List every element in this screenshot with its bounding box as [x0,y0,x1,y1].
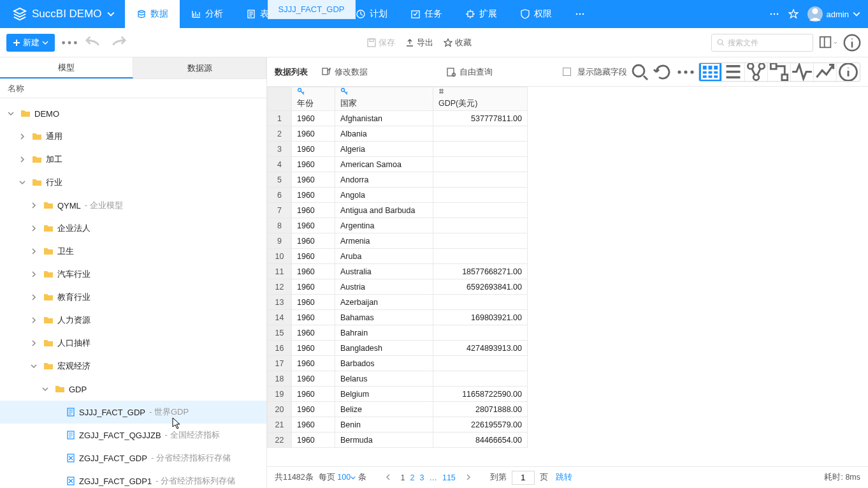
table-row[interactable]: 51960Andorra [268,172,528,188]
new-button[interactable]: 新建 [6,34,55,52]
redo-icon[interactable] [108,33,127,52]
table-row[interactable]: 81960Argentina [268,218,528,233]
table-row[interactable]: 161960Bangladesh4274893913.00 [268,341,528,356]
nav-chart[interactable]: 分析 [180,0,235,28]
table-row[interactable]: 151960Bahrain [268,325,528,341]
refresh-icon[interactable] [653,63,673,81]
show-hidden-fields-checkbox[interactable]: 显示隐藏字段 [563,66,627,78]
undo-icon[interactable] [84,33,103,52]
table-row[interactable]: 61960Angola [268,188,528,203]
save-button[interactable]: 保存 [365,37,398,48]
info-icon[interactable] [843,33,862,52]
view-info-icon[interactable] [837,63,860,81]
chevron-right-icon[interactable] [31,271,40,277]
chevron-right-icon[interactable] [31,340,40,346]
nav-ext[interactable]: 扩展 [454,0,509,28]
nav-task[interactable]: 任务 [399,0,454,28]
layout-icon[interactable] [818,33,837,52]
folder-item[interactable]: 汽车行业 [0,263,266,286]
more-icon[interactable] [676,63,696,81]
folder-item[interactable]: 教育行业 [0,286,266,309]
folder-item[interactable]: 宏观经济 [0,355,266,378]
chevron-down-icon[interactable] [42,386,51,392]
chevron-right-icon[interactable] [19,133,28,140]
chevron-right-icon[interactable] [31,225,40,232]
tab-datasource[interactable]: 数据源 [133,57,266,78]
more-icon[interactable] [60,33,79,52]
folder-item[interactable]: 人口抽样 [0,332,266,355]
page-prev-icon[interactable] [383,473,393,482]
view-list-icon[interactable] [722,63,745,81]
folder-item[interactable]: 卫生 [0,240,266,263]
nav-more[interactable] [563,0,597,28]
table-row[interactable]: 191960Belgium11658722590.00 [268,387,528,402]
nav-database[interactable]: 数据 [125,0,180,28]
chevron-down-icon[interactable] [8,110,17,117]
table-row[interactable]: 21960Albania [268,126,528,142]
edit-data-button[interactable]: 修改数据 [322,66,368,78]
data-table[interactable]: 年份国家GDP(美元)11960Afghanistan537777811.002… [267,87,528,448]
document-tab[interactable]: SJJJ_FACT_GDP [268,0,356,19]
view-pulse-icon[interactable] [791,63,814,81]
user-menu[interactable]: admin [807,6,860,22]
table-row[interactable]: 181960Belarus [268,371,528,387]
folder-item[interactable]: DEMO [0,102,266,125]
search-icon[interactable] [630,63,650,81]
chevron-right-icon[interactable] [19,156,28,163]
chevron-right-icon[interactable] [31,248,40,255]
table-row[interactable]: 171960Barbados [268,356,528,371]
page-link[interactable]: … [426,473,440,482]
table-row[interactable]: 71960Antigua and Barbuda [268,203,528,218]
table-row[interactable]: 41960American Samoa [268,157,528,172]
table-row[interactable]: 121960Austria6592693841.00 [268,279,528,295]
folder-item[interactable]: 企业法人 [0,217,266,240]
page-input[interactable] [512,471,535,485]
view-trend-icon[interactable] [814,63,837,81]
view-flow-icon[interactable] [768,63,791,81]
table-row[interactable]: 111960Australia18577668271.00 [268,264,528,279]
chevron-down-icon[interactable] [31,363,40,369]
table-row[interactable]: 201960Belize28071888.00 [268,402,528,417]
table-row[interactable]: 31960Algeria [268,142,528,157]
per-page-selector[interactable]: 每页 100 条 [319,472,366,483]
page-link[interactable]: 3 [417,473,427,482]
page-link[interactable]: 1 [398,473,408,482]
dots-icon[interactable] [769,9,779,19]
view-relation-icon[interactable] [745,63,768,81]
page-link[interactable]: 2 [408,473,417,482]
view-table-icon[interactable] [699,63,722,81]
search-field[interactable] [728,38,807,47]
table-row[interactable]: 91960Armenia [268,233,528,249]
chevron-right-icon[interactable] [31,202,40,209]
folder-item[interactable]: GDP [0,378,266,401]
chevron-down-icon[interactable] [19,179,28,186]
nav-perm[interactable]: 权限 [509,0,563,28]
export-button[interactable]: 导出 [403,37,436,48]
table-row[interactable]: 11960Afghanistan537777811.00 [268,111,528,126]
table-row[interactable]: 101960Aruba [268,249,528,264]
folder-item[interactable]: 人力资源 [0,309,266,332]
table-row[interactable]: 211960Benin226195579.00 [268,417,528,433]
favorite-button[interactable]: 收藏 [441,37,474,48]
table-row[interactable]: 141960Bahamas169803921.00 [268,310,528,325]
folder-item[interactable]: QYML - 企业模型 [0,194,266,217]
page-next-icon[interactable] [463,473,474,482]
file-item[interactable]: ZGJJ_FACT_GDP1 - 分省经济指标列存储 [0,470,266,488]
search-input[interactable] [711,34,813,52]
chevron-right-icon[interactable] [31,294,40,300]
table-row[interactable]: 131960Azerbaijan [268,295,528,310]
tab-model[interactable]: 模型 [0,57,133,78]
folder-item[interactable]: 行业 [0,171,266,194]
file-item[interactable]: ZGJJ_FACT_QGJJZB - 全国经济指标 [0,424,266,447]
table-row[interactable]: 221960Bermuda84466654.00 [268,433,528,448]
file-item[interactable]: SJJJ_FACT_GDP - 世界GDP [0,401,266,424]
logo[interactable]: SuccBI DEMO [8,7,120,21]
chevron-right-icon[interactable] [31,317,40,323]
file-item[interactable]: ZGJJ_FACT_GDP - 分省经济指标行存储 [0,447,266,470]
star-icon[interactable] [788,9,799,19]
free-query-button[interactable]: 自由查询 [447,66,493,78]
folder-item[interactable]: 加工 [0,148,266,171]
folder-item[interactable]: 通用 [0,125,266,148]
jump-button[interactable]: 跳转 [553,472,575,483]
page-link[interactable]: 115 [440,473,458,482]
